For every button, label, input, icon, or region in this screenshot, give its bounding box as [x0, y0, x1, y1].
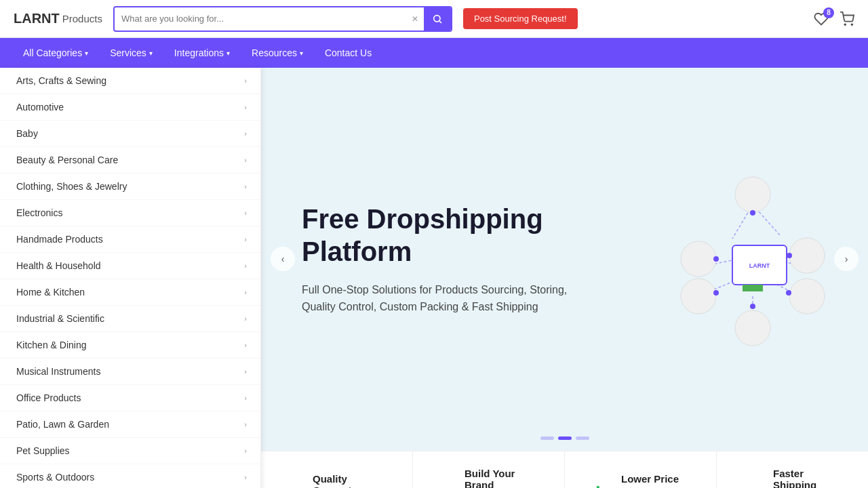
feature-title-2: Lower Price — [621, 473, 696, 485]
chevron-right-icon: › — [244, 341, 247, 349]
feature-item-2: 💲 Lower Price Competitive product price,… — [565, 451, 717, 488]
sidebar-item-patio--lawn---garden[interactable]: Patio, Lawn & Garden› — [0, 411, 260, 438]
nav-services[interactable]: Services ▾ — [100, 38, 162, 68]
hero-prev-button[interactable]: ‹ — [271, 247, 295, 271]
hero-next-button[interactable]: › — [834, 247, 859, 271]
chevron-right-icon: › — [244, 314, 247, 323]
search-button[interactable] — [424, 7, 451, 30]
svg-point-24 — [735, 310, 770, 346]
svg-line-1 — [439, 21, 441, 23]
chevron-right-icon: › — [244, 367, 247, 375]
logo-brand: LARNT — [14, 11, 60, 26]
wishlist-badge: 8 — [823, 7, 834, 18]
sidebar-item-musical-instruments[interactable]: Musical Instruments› — [0, 359, 260, 385]
sidebar-item-home---kitchen[interactable]: Home & Kitchen› — [0, 279, 260, 306]
chevron-right-icon: › — [244, 129, 247, 138]
sidebar-item-label: Pet Supplies — [16, 445, 70, 456]
hero-dot-3[interactable] — [576, 436, 589, 440]
main-nav: All Categories ▾ Services ▾ Integrations… — [0, 38, 868, 68]
hero-dot-1[interactable] — [540, 436, 554, 440]
features-bar: 🛡 Quality Guarantee Quality products wit… — [261, 451, 868, 488]
chevron-down-icon: ▾ — [149, 49, 153, 57]
sidebar-item-label: Office Products — [16, 392, 81, 403]
nav-resources[interactable]: Resources ▾ — [242, 38, 313, 68]
svg-rect-18 — [743, 285, 763, 291]
wishlist-button[interactable]: 8 — [814, 12, 829, 26]
hero-title: Free Dropshipping Platform — [302, 203, 573, 268]
nav-all-categories[interactable]: All Categories ▾ — [14, 38, 98, 68]
hero-dots — [540, 436, 589, 440]
sidebar-item-kitchen---dining[interactable]: Kitchen & Dining› — [0, 332, 260, 359]
cart-button[interactable] — [840, 12, 854, 26]
svg-point-20 — [681, 279, 716, 314]
sidebar-item-label: Industrial & Scientific — [16, 313, 104, 324]
post-sourcing-button[interactable]: Post Sourcing Request! — [463, 8, 578, 29]
svg-point-22 — [789, 279, 825, 314]
feature-text-1: Build Your Brand Brand logo on products,… — [465, 468, 544, 488]
svg-point-28 — [787, 253, 792, 258]
feature-text-2: Lower Price Competitive product price, c… — [621, 473, 696, 488]
hero-illustration: 🏷 🛒 🔍 LARNT 📋 🏠 — [678, 171, 827, 347]
search-input[interactable] — [115, 14, 406, 24]
sidebar-item-label: Clothing, Shoes & Jewelry — [16, 181, 127, 192]
sidebar-item-office-products[interactable]: Office Products› — [0, 385, 260, 411]
svg-point-27 — [713, 256, 719, 262]
feature-title-0: Quality Guarantee — [313, 473, 392, 488]
svg-point-11 — [735, 177, 770, 212]
chevron-right-icon: › — [244, 394, 247, 402]
header-icons: 8 — [814, 12, 854, 26]
feature-icon-3: 🚚 — [737, 485, 762, 488]
feature-text-0: Quality Guarantee Quality products with … — [313, 473, 392, 488]
cart-icon — [840, 12, 854, 26]
sidebar-item-label: Beauty & Personal Care — [16, 155, 118, 165]
chevron-down-icon: ▾ — [85, 49, 88, 57]
sidebar-item-label: Sports & Outdoors — [16, 472, 94, 483]
chevron-right-icon: › — [244, 447, 247, 455]
sidebar-item-arts--crafts---sewing[interactable]: Arts, Crafts & Sewing› — [0, 68, 260, 94]
sidebar-item-pet-supplies[interactable]: Pet Supplies› — [0, 438, 260, 464]
sidebar-item-handmade-products[interactable]: Handmade Products› — [0, 226, 260, 253]
sidebar-item-label: Electronics — [16, 207, 62, 218]
sidebar-item-label: Baby — [16, 128, 38, 139]
sidebar-item-health---household[interactable]: Health & Household› — [0, 253, 260, 279]
feature-item-1: 🏷 Build Your Brand Brand logo on product… — [413, 451, 565, 488]
svg-point-2 — [844, 24, 846, 25]
svg-point-3 — [851, 24, 852, 25]
sidebar-item-automotive[interactable]: Automotive› — [0, 94, 260, 121]
nav-integrations[interactable]: Integrations ▾ — [165, 38, 239, 68]
sidebar-item-clothing--shoes---jewelry[interactable]: Clothing, Shoes & Jewelry› — [0, 174, 260, 200]
header: LARNT Products ✕ Post Sourcing Request! … — [0, 0, 868, 38]
feature-text-3: Faster Shipping Multiple shipping option… — [773, 468, 848, 488]
sidebar-item-baby[interactable]: Baby› — [0, 121, 260, 147]
sidebar-item-beauty---personal-care[interactable]: Beauty & Personal Care› — [0, 147, 260, 174]
sidebar-item-label: Health & Household — [16, 260, 101, 271]
feature-item-0: 🛡 Quality Guarantee Quality products wit… — [261, 451, 413, 488]
feature-item-3: 🚚 Faster Shipping Multiple shipping opti… — [717, 451, 868, 488]
chevron-right-icon: › — [244, 77, 247, 85]
categories-sidebar: Arts, Crafts & Sewing›Automotive›Baby›Be… — [0, 68, 261, 488]
sidebar-item-electronics[interactable]: Electronics› — [0, 200, 260, 226]
sidebar-item-label: Arts, Crafts & Sewing — [16, 75, 106, 86]
sidebar-item-industrial---scientific[interactable]: Industrial & Scientific› — [0, 306, 260, 332]
svg-point-13 — [681, 241, 716, 277]
svg-point-26 — [750, 210, 755, 216]
svg-point-29 — [713, 290, 719, 296]
sidebar-item-label: Musical Instruments — [16, 366, 100, 377]
search-clear-icon[interactable]: ✕ — [406, 14, 424, 24]
nav-contact-us[interactable]: Contact Us — [315, 38, 381, 68]
chevron-right-icon: › — [244, 235, 247, 243]
sidebar-item-label: Automotive — [16, 102, 64, 113]
search-icon — [432, 14, 443, 24]
hero-dot-2[interactable] — [558, 436, 572, 440]
sidebar-item-label: Handmade Products — [16, 234, 103, 245]
feature-title-1: Build Your Brand — [465, 468, 544, 488]
chevron-right-icon: › — [244, 103, 247, 111]
chevron-right-icon: › — [244, 182, 247, 190]
logo[interactable]: LARNT Products — [14, 11, 102, 26]
chevron-right-icon: › — [244, 209, 247, 217]
chevron-right-icon: › — [244, 420, 247, 428]
sidebar-item-sports---outdoors[interactable]: Sports & Outdoors› — [0, 464, 260, 488]
feature-title-3: Faster Shipping — [773, 468, 848, 488]
svg-point-30 — [786, 290, 791, 296]
hero-content: Free Dropshipping Platform Full One-Stop… — [261, 176, 614, 343]
